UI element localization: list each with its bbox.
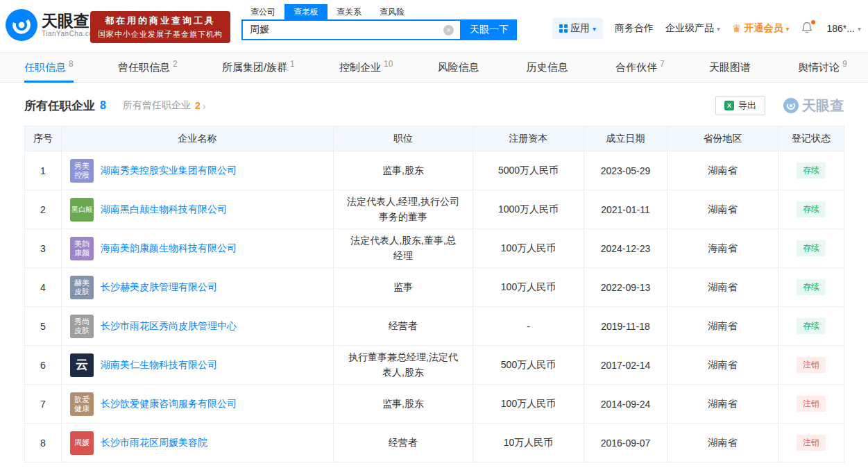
header: 天眼查 TianYanCha.com 都在用的商业查询工具 国家中小企业发展子基… (0, 0, 868, 52)
chevron-down-icon: ▾ (593, 25, 596, 33)
tab-partners[interactable]: 合作伙伴7 (615, 53, 665, 82)
status-badge: 存续 (797, 162, 826, 178)
status-badge: 存续 (797, 279, 826, 295)
capital-cell: 100万人民币 (473, 268, 584, 307)
tab-history-info[interactable]: 历史信息 (527, 53, 571, 82)
row-index: 7 (25, 385, 62, 424)
nav-business-label: 商务合作 (615, 22, 654, 35)
status-badge: 存续 (797, 201, 826, 217)
capital-cell: 500万人民币 (473, 346, 584, 385)
row-index: 6 (25, 346, 62, 385)
status-badge: 存续 (797, 318, 826, 334)
nav-enterprise-products[interactable]: 企业级产品 ▾ (665, 22, 720, 35)
capital-cell: 1000万人民币 (473, 190, 584, 229)
tianyancha-eye-icon (783, 98, 799, 113)
col-position: 职位 (334, 126, 473, 151)
search-input[interactable] (243, 24, 443, 35)
capital-cell: - (473, 307, 584, 346)
row-index: 4 (25, 268, 62, 307)
nav-account-phone[interactable]: 186*... ▾ (826, 23, 861, 34)
promo-banner: 都在用的商业查询工具 国家中小企业发展子基金旗下机构 (90, 11, 230, 43)
search-box: × (241, 19, 461, 40)
table-row: 5 秀尚 皮肤 长沙市雨花区秀尚皮肤管理中心 经营者 - 2019-11-18 … (25, 307, 844, 346)
position-cell: 法定代表人,经理,执行公司事务的董事 (334, 190, 473, 229)
tab-group-cluster[interactable]: 所属集团/族群1 (222, 53, 295, 82)
company-logo[interactable]: 赫美 皮肤 (70, 276, 94, 299)
nav-business-cooperation[interactable]: 商务合作 (615, 22, 654, 35)
company-link[interactable]: 长沙歆爱健康咨询服务有限公司 (101, 398, 237, 410)
row-index: 8 (25, 424, 62, 462)
capital-cell: 5000万人民币 (473, 151, 584, 190)
positions-table: 序号 企业名称 职位 注册资本 成立日期 省份地区 登记状态 1 秀美 控股 湖… (24, 126, 844, 462)
company-logo[interactable]: 秀尚 皮肤 (70, 315, 94, 338)
company-link[interactable]: 湖南美仁生物科技有限公司 (101, 359, 217, 372)
company-logo[interactable]: 黑白颠 (70, 198, 94, 222)
company-link[interactable]: 海南美韵康颜生物科技有限公司 (101, 242, 237, 255)
watermark-text: 天眼查 (802, 97, 844, 115)
date-cell: 2017-02-14 (584, 346, 667, 385)
nav-enterprise-label: 企业级产品 (665, 22, 714, 35)
crown-icon: ♛ (732, 22, 741, 35)
section-title: 所有任职企业 (24, 98, 95, 114)
tab-graph[interactable]: 天眼图谱 (709, 53, 754, 82)
tab-position-info[interactable]: 任职信息8 (24, 53, 74, 82)
watermark-logo: 天眼查 (783, 97, 844, 115)
search-tab-relation[interactable]: 查关系 (327, 4, 371, 19)
row-index: 1 (25, 151, 62, 190)
tab-public-opinion[interactable]: 舆情讨论9 (798, 53, 847, 82)
search-tab-company[interactable]: 查公司 (241, 4, 284, 19)
company-link[interactable]: 长沙赫美皮肤管理有限公司 (101, 281, 217, 294)
detail-tab-bar: 任职信息8 曾任职信息2 所属集团/族群1 控制企业10 风险信息 历史信息 合… (0, 52, 868, 83)
company-logo[interactable]: 歆爱 健康 (70, 392, 94, 416)
company-logo[interactable]: 云 (70, 353, 94, 377)
main-content: 所有任职企业 8 所有曾任职企业 2 › X 导出 天眼查 序号 (0, 83, 868, 475)
region-cell: 湖南省 (667, 151, 778, 190)
company-link[interactable]: 长沙市雨花区周媛美容院 (101, 437, 207, 449)
export-button[interactable]: X 导出 (715, 96, 765, 115)
tab-controlled-companies[interactable]: 控制企业10 (339, 53, 393, 82)
nav-vip[interactable]: ♛ 开通会员 ▾ (732, 22, 789, 35)
region-cell: 湖南省 (667, 346, 778, 385)
position-cell: 执行董事兼总经理,法定代表人,股东 (334, 346, 473, 385)
region-cell: 湖南省 (667, 424, 778, 462)
capital-cell: 10万人民币 (473, 424, 584, 462)
search-tab-boss[interactable]: 查老板 (284, 4, 327, 19)
search-area: 查公司 查老板 查关系 查风险 × 天眼一下 (241, 4, 517, 40)
position-cell: 监事,股东 (334, 151, 473, 190)
excel-icon: X (724, 101, 734, 110)
date-cell: 2019-11-18 (584, 307, 667, 346)
tab-former-position-info[interactable]: 曾任职信息2 (118, 53, 178, 82)
position-cell: 法定代表人,股东,董事,总经理 (334, 229, 473, 268)
company-link[interactable]: 湖南秀美控股实业集团有限公司 (101, 165, 237, 177)
former-positions-link[interactable]: 所有曾任职企业 2 › (123, 99, 206, 112)
clear-icon[interactable]: × (443, 25, 454, 35)
chevron-down-icon: ▾ (858, 25, 861, 33)
chevron-down-icon: ▾ (717, 25, 720, 33)
position-cell: 经营者 (334, 424, 473, 462)
table-row: 8 周媛 长沙市雨花区周媛美容院 经营者 10万人民币 2016-09-07 湖… (25, 424, 844, 462)
site-logo[interactable]: 天眼查 TianYanCha.com (6, 9, 99, 41)
tab-risk-info[interactable]: 风险信息 (438, 53, 482, 82)
col-status: 登记状态 (778, 126, 844, 151)
date-cell: 2021-01-11 (584, 190, 667, 229)
search-button[interactable]: 天眼一下 (461, 19, 517, 40)
nav-apps[interactable]: 应用 ▾ (552, 18, 603, 39)
search-tab-risk[interactable]: 查风险 (371, 4, 414, 19)
table-row: 1 秀美 控股 湖南秀美控股实业集团有限公司 监事,股东 5000万人民币 20… (25, 151, 844, 190)
chevron-right-icon: › (203, 100, 206, 112)
company-logo[interactable]: 美韵 康颜 (70, 237, 94, 260)
date-cell: 2014-09-24 (584, 385, 667, 424)
date-cell: 2023-05-29 (584, 151, 667, 190)
capital-cell: 100万人民币 (473, 385, 584, 424)
promo-line2: 国家中小企业发展子基金旗下机构 (98, 29, 223, 40)
company-link[interactable]: 长沙市雨花区秀尚皮肤管理中心 (101, 320, 237, 333)
row-index: 3 (25, 229, 62, 268)
company-logo[interactable]: 周媛 (70, 431, 94, 455)
table-row: 7 歆爱 健康 长沙歆爱健康咨询服务有限公司 监事,股东 100万人民币 201… (25, 385, 844, 424)
table-row: 2 黑白颠 湖南黑白颠生物科技有限公司 法定代表人,经理,执行公司事务的董事 1… (25, 190, 844, 229)
notification-bell[interactable] (801, 22, 815, 35)
company-link[interactable]: 湖南黑白颠生物科技有限公司 (101, 203, 227, 216)
table-row: 4 赫美 皮肤 长沙赫美皮肤管理有限公司 监事 100万人民币 2022-09-… (25, 268, 844, 307)
status-badge: 存续 (797, 240, 826, 256)
company-logo[interactable]: 秀美 控股 (70, 159, 94, 183)
